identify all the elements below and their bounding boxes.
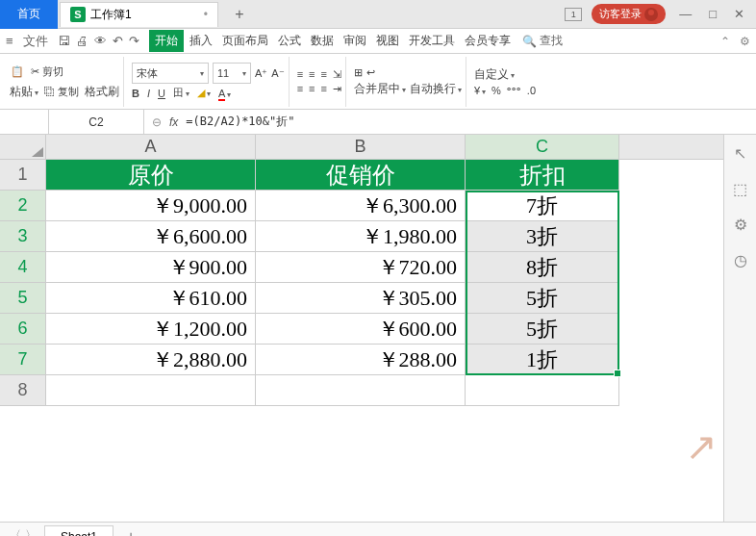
merge-button[interactable]: 合并居中	[354, 81, 406, 97]
cell[interactable]: ￥9,000.00	[46, 191, 256, 221]
tab-review[interactable]: 审阅	[340, 33, 370, 49]
cell[interactable]: 8折	[466, 252, 619, 283]
tab-developer[interactable]: 开发工具	[405, 33, 459, 49]
paste-button[interactable]: 粘贴	[10, 84, 38, 100]
fill-color-button[interactable]: ◢	[197, 87, 211, 99]
tab-member[interactable]: 会员专享	[461, 33, 515, 49]
cell[interactable]: 5折	[466, 283, 619, 314]
cursor-tool-icon[interactable]: ↖	[734, 144, 746, 163]
row-header[interactable]: 7	[0, 345, 46, 375]
cell[interactable]: ￥600.00	[256, 314, 466, 345]
property-tool-icon[interactable]: ◷	[734, 251, 747, 269]
row-header[interactable]: 8	[0, 375, 46, 406]
row-header[interactable]: 6	[0, 314, 46, 345]
preview-icon[interactable]: 👁	[94, 34, 107, 48]
font-family-select[interactable]: 宋体	[132, 63, 209, 84]
cell[interactable]: ￥1,200.00	[46, 314, 256, 345]
bold-button[interactable]: B	[132, 88, 139, 99]
tab-formula[interactable]: 公式	[274, 33, 305, 49]
font-size-select[interactable]: 11	[213, 63, 251, 84]
undo-icon[interactable]: ↶	[113, 34, 123, 48]
wrap-icon[interactable]: ↩	[366, 66, 375, 79]
cell[interactable]	[256, 375, 466, 406]
font-color-button[interactable]: A	[218, 88, 231, 99]
col-header-a[interactable]: A	[46, 135, 256, 159]
align-mid-icon[interactable]: ≡	[309, 68, 315, 80]
redo-icon[interactable]: ↷	[129, 34, 139, 48]
currency-icon[interactable]: ¥	[474, 85, 486, 96]
cell[interactable]: ￥305.00	[256, 283, 466, 314]
home-tab[interactable]: 首页	[0, 0, 58, 29]
cell[interactable]: ￥720.00	[256, 252, 466, 283]
row-header[interactable]: 3	[0, 221, 46, 252]
cell[interactable]: 促销价	[256, 160, 466, 191]
thousands-icon[interactable]: ᵒᵒᵒ	[507, 85, 521, 97]
cell[interactable]: 1折	[466, 345, 619, 375]
format-painter-button[interactable]: 格式刷	[85, 84, 119, 100]
align-left-icon[interactable]: ≡	[297, 83, 303, 94]
decrease-decimal-icon[interactable]: .0	[527, 85, 536, 96]
cell[interactable]: 7折	[466, 191, 619, 221]
fx-icon[interactable]: fx	[169, 115, 178, 129]
sheet-tab[interactable]: Sheet1	[44, 525, 113, 536]
file-menu[interactable]: 文件	[19, 33, 52, 50]
tab-start[interactable]: 开始	[149, 30, 184, 52]
cell[interactable]: ￥900.00	[46, 252, 256, 283]
window-count-badge[interactable]: 1	[565, 8, 582, 21]
cell[interactable]: ￥2,880.00	[46, 345, 256, 375]
workbook-tab[interactable]: S 工作簿1 •	[60, 2, 218, 27]
collapse-ribbon-icon[interactable]: ⌃	[720, 35, 730, 48]
cell[interactable]: 3折	[466, 221, 619, 252]
cell[interactable]: ￥1,980.00	[256, 221, 466, 252]
number-format-select[interactable]: 自定义	[474, 66, 515, 83]
select-tool-icon[interactable]: ⬚	[733, 180, 747, 198]
paste-icon[interactable]: 📋	[10, 64, 25, 79]
underline-button[interactable]: U	[158, 88, 165, 99]
name-box[interactable]: C2	[48, 110, 144, 134]
indent-icon[interactable]: ⇥	[333, 83, 341, 95]
sheet-prev-icon[interactable]: 〈	[10, 527, 21, 536]
spreadsheet-grid[interactable]: A B C 1 原价 促销价 折扣 2 ￥9,000.00 ￥6,300.00 …	[0, 135, 723, 522]
search-box[interactable]: 🔍 查找	[522, 33, 563, 49]
orientation-icon[interactable]: ⇲	[333, 68, 341, 81]
save-icon[interactable]: 🖫	[58, 34, 70, 48]
merge-icon[interactable]: ⊞	[354, 66, 363, 79]
cell[interactable]: 原价	[46, 160, 256, 191]
align-center-icon[interactable]: ≡	[309, 83, 315, 94]
sheet-next-icon[interactable]: 〉	[25, 527, 37, 536]
row-header[interactable]: 4	[0, 252, 46, 283]
cancel-fx-icon[interactable]: ⊖	[152, 115, 162, 129]
align-bot-icon[interactable]: ≡	[321, 68, 327, 80]
settings-tool-icon[interactable]: ⚙	[734, 216, 747, 234]
cell[interactable]: ￥6,300.00	[256, 191, 466, 221]
maximize-button[interactable]: □	[705, 7, 720, 21]
decrease-font-icon[interactable]: A⁻	[271, 67, 284, 80]
percent-icon[interactable]: %	[491, 85, 501, 96]
align-top-icon[interactable]: ≡	[297, 68, 303, 80]
col-header-c[interactable]: C	[466, 135, 619, 159]
tab-view[interactable]: 视图	[372, 33, 403, 49]
print-icon[interactable]: 🖨	[76, 34, 88, 48]
guest-login-button[interactable]: 访客登录	[592, 4, 666, 24]
formula-input[interactable]: =(B2/A2)*10&"折"	[186, 114, 748, 130]
cell[interactable]: 折扣	[466, 160, 619, 191]
select-all-corner[interactable]	[0, 135, 46, 159]
tab-layout[interactable]: 页面布局	[218, 33, 272, 49]
app-menu-icon[interactable]: ≡	[6, 34, 13, 48]
cell[interactable]: 5折	[466, 314, 619, 345]
align-right-icon[interactable]: ≡	[321, 83, 327, 94]
minimize-button[interactable]: —	[675, 7, 695, 21]
col-header-b[interactable]: B	[256, 135, 466, 159]
italic-button[interactable]: I	[147, 88, 150, 99]
row-header[interactable]: 1	[0, 160, 46, 191]
cell[interactable]: ￥610.00	[46, 283, 256, 314]
close-button[interactable]: ✕	[730, 7, 748, 21]
wrap-button[interactable]: 自动换行	[410, 81, 462, 97]
ribbon-options-icon[interactable]: ⚙	[740, 35, 750, 48]
add-sheet-button[interactable]: +	[121, 528, 140, 537]
cut-button[interactable]: ✂ 剪切	[29, 63, 65, 81]
copy-button[interactable]: ⿻ 复制	[42, 83, 81, 101]
tab-data[interactable]: 数据	[307, 33, 338, 49]
row-header[interactable]: 2	[0, 191, 46, 221]
border-button[interactable]: 田	[173, 86, 189, 100]
